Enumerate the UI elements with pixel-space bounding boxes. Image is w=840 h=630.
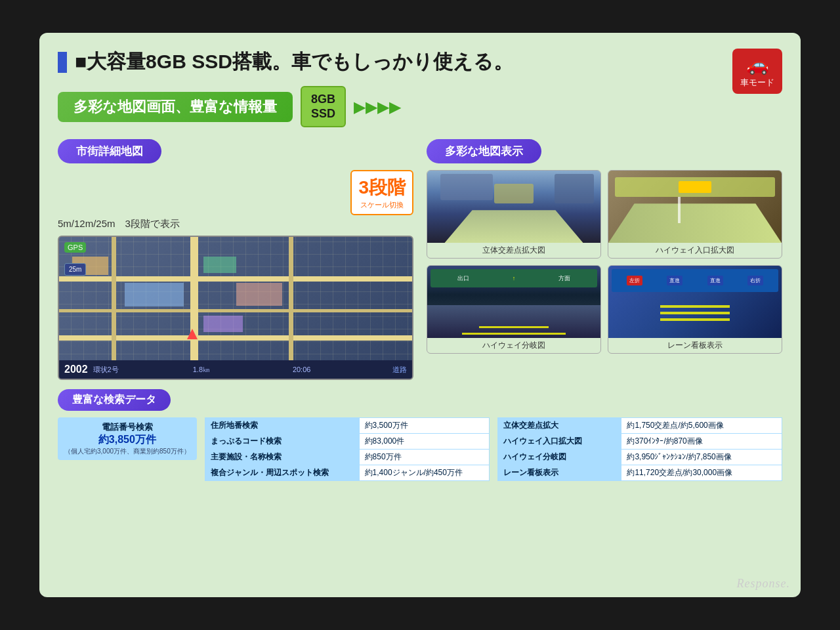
map-screenshot: GPS 25m 2002 環状2号 1.8㎞ 20:06 道路 — [58, 236, 413, 380]
nav-screenshot-highway: ハイウェイ入口拡大図 — [608, 170, 782, 259]
table-row: 複合ジャンル・周辺スポット検索約1,400ジャンル/約450万件 — [205, 465, 489, 481]
table-row: 主要施設・名称検索約850万件 — [205, 450, 489, 465]
main-content: 市街詳細地図 3段階 スケール切換 5m/12m/25m 3段階で表示 — [58, 139, 782, 380]
nav-caption-3d-text: 立体交差点拡大図 — [482, 245, 545, 255]
search-data-content: 電話番号検索 約3,850万件 （個人宅約3,000万件、商業別約850万件） … — [58, 417, 782, 481]
response-logo-text: Response. — [737, 577, 790, 590]
table-row: レーン看板表示約11,720交差点/約30,000画像 — [497, 465, 782, 481]
map-block-2 — [125, 283, 184, 306]
nav-caption-lane-text: レーン看板表示 — [667, 341, 723, 350]
ssd-line2: SSD — [311, 107, 335, 120]
phone-sub: （個人宅約3,000万件、商業別約850万件） — [64, 447, 190, 456]
data-label-cell: ハイウェイ分岐図 — [497, 450, 621, 465]
data-label-cell: 住所地番検索 — [205, 418, 359, 434]
table-row: 立体交差点拡大約1,750交差点/約5,600画像 — [497, 418, 782, 434]
nav-triangle — [187, 329, 198, 339]
search-data-text: 豊富な検索データ — [72, 394, 156, 405]
data-table-left: 住所地番検索約3,500万件まっぷるコード検索約83,000件主要施設・名称検索… — [205, 417, 490, 481]
map-road-v2 — [190, 237, 198, 360]
map-gps-badge: GPS — [64, 242, 86, 253]
table-row: ハイウェイ分岐図約3,950ｼﾞｬﾝｸｼｮﾝ/約7,850画像 — [497, 450, 782, 465]
map-block-3 — [203, 316, 243, 332]
map-time2: 20:06 — [293, 366, 387, 373]
response-logo: Response. — [737, 577, 790, 591]
table-row: まっぷるコード検索約83,000件 — [205, 434, 489, 450]
bottom-section: 豊富な検索データ 電話番号検索 約3,850万件 （個人宅約3,000万件、商業… — [58, 389, 782, 481]
phone-label: 電話番号検索 — [64, 421, 190, 433]
lane-marks — [660, 305, 730, 331]
map-distance: 1.8㎞ — [193, 365, 287, 375]
data-label-cell: 立体交差点拡大 — [497, 418, 621, 434]
search-data-section: 豊富な検索データ 電話番号検索 約3,850万件 （個人宅約3,000万件、商業… — [58, 389, 782, 481]
ssd-line1: 8GB — [311, 93, 335, 106]
road-3d-element — [444, 210, 583, 243]
nav-img-lane: 左折 直進 直進 右折 — [608, 266, 782, 338]
scale-desc-text: 5m/12m/25m 3段階で表示 — [58, 218, 180, 229]
table-row: ハイウェイ入口拡大図約370ｲﾝﾀｰ/約870画像 — [497, 434, 782, 450]
data-label-cell: まっぷるコード検索 — [205, 434, 359, 450]
map-block-4 — [203, 257, 236, 273]
lane-mark-1 — [660, 305, 730, 308]
detail-map-label: 市街詳細地図 — [58, 139, 161, 163]
nav-caption-highway: ハイウェイ入口拡大図 — [608, 243, 782, 258]
data-label-cell: 複合ジャンル・周辺スポット検索 — [205, 465, 359, 481]
map-road-info: 環状2号 — [93, 365, 188, 375]
table-row: 住所地番検索約3,500万件 — [205, 418, 489, 434]
nav-scale-block: 25m — [64, 263, 86, 276]
detail-map-text: 市街詳細地図 — [76, 145, 143, 158]
car-icon: 🚗 — [740, 54, 774, 75]
nav-caption-junction: ハイウェイ分岐図 — [427, 338, 600, 353]
arrow-icon: ▶▶▶▶ — [354, 98, 401, 116]
scale-sub-text: スケール切換 — [358, 200, 406, 210]
data-value-cell: 約3,950ｼﾞｬﾝｸｼｮﾝ/約7,850画像 — [621, 450, 782, 465]
nav-img-3d — [427, 171, 600, 243]
data-value-cell: 約3,500万件 — [359, 418, 489, 434]
highway-road — [608, 203, 782, 243]
top-section: 多彩な地図画面、豊富な情報量 8GB SSD ▶▶▶▶ — [58, 86, 782, 127]
map-road-v1 — [112, 237, 116, 360]
slide-title: ■大容量8GB SSD搭載。車でもしっかり使える。 — [58, 49, 782, 75]
search-table-right: 立体交差点拡大約1,750交差点/約5,600画像ハイウェイ入口拡大図約370ｲ… — [497, 417, 782, 481]
map-images-grid: 立体交差点拡大図 ハイウェイ入口拡大図 — [427, 170, 782, 354]
nav-img-junction: 出口 ↑ 方面 — [427, 266, 600, 338]
map-road-name-label: 道路 — [392, 365, 407, 375]
data-value-cell: 約11,720交差点/約30,000画像 — [621, 465, 782, 481]
ssd-badge: 8GB SSD — [301, 86, 346, 127]
phone-count: 約3,850万件 — [64, 433, 190, 447]
data-value-cell: 約1,400ジャンル/約450万件 — [359, 465, 489, 481]
search-data-label: 豊富な検索データ — [58, 389, 171, 411]
multi-map-text: 多彩な地図表示 — [445, 145, 523, 158]
lane-mark-2 — [660, 312, 730, 314]
map-time: 2002 — [64, 364, 88, 375]
left-section: 市街詳細地図 3段階 スケール切換 5m/12m/25m 3段階で表示 — [58, 139, 413, 380]
scale-big-text: 3段階 — [358, 175, 406, 200]
data-value-cell: 約1,750交差点/約5,600画像 — [621, 418, 782, 434]
search-table-left: 住所地番検索約3,500万件まっぷるコード検索約83,000件主要施設・名称検索… — [205, 417, 490, 481]
data-value-cell: 約83,000件 — [359, 434, 489, 450]
data-label-cell: レーン看板表示 — [497, 465, 621, 481]
nav-caption-3d: 立体交差点拡大図 — [427, 243, 600, 258]
map-status-bar: 2002 環状2号 1.8㎞ 20:06 道路 — [59, 360, 412, 379]
map-variety-label: 多彩な地図画面、豊富な情報量 — [74, 98, 277, 115]
data-value-cell: 約370ｲﾝﾀｰ/約870画像 — [621, 434, 782, 450]
data-label-cell: 主要施設・名称検索 — [205, 450, 359, 465]
lane-mark-3 — [660, 318, 730, 321]
map-block-5 — [236, 283, 282, 306]
nav-caption-junction-text: ハイウェイ分岐図 — [482, 341, 545, 350]
map-road-v3 — [289, 237, 293, 360]
nav-screenshot-junction: 出口 ↑ 方面 ハイウェイ分岐図 — [427, 265, 601, 354]
data-label-cell: ハイウェイ入口拡大図 — [497, 434, 621, 450]
multi-map-label: 多彩な地図表示 — [427, 139, 541, 163]
map-variety-badge: 多彩な地図画面、豊富な情報量 — [58, 92, 293, 122]
slide-container: ■大容量8GB SSD搭載。車でもしっかり使える。 多彩な地図画面、豊富な情報量… — [39, 33, 801, 597]
title-accent-bar — [58, 52, 67, 73]
right-section: 多彩な地図表示 立体交差点拡大図 — [427, 139, 782, 380]
car-mode-badge: 🚗 車モード — [732, 49, 782, 94]
nav-screenshot-3d: 立体交差点拡大図 — [427, 170, 601, 259]
data-table-right: 立体交差点拡大約1,750交差点/約5,600画像ハイウェイ入口拡大図約370ｲ… — [497, 417, 782, 481]
nav-screenshot-lane: 左折 直進 直進 右折 レーン看板表示 — [608, 265, 782, 354]
nav-caption-lane: レーン看板表示 — [608, 338, 782, 353]
scale-description: 5m/12m/25m 3段階で表示 — [58, 218, 413, 230]
car-mode-label: 車モード — [740, 77, 774, 87]
nav-img-highway — [608, 171, 782, 243]
